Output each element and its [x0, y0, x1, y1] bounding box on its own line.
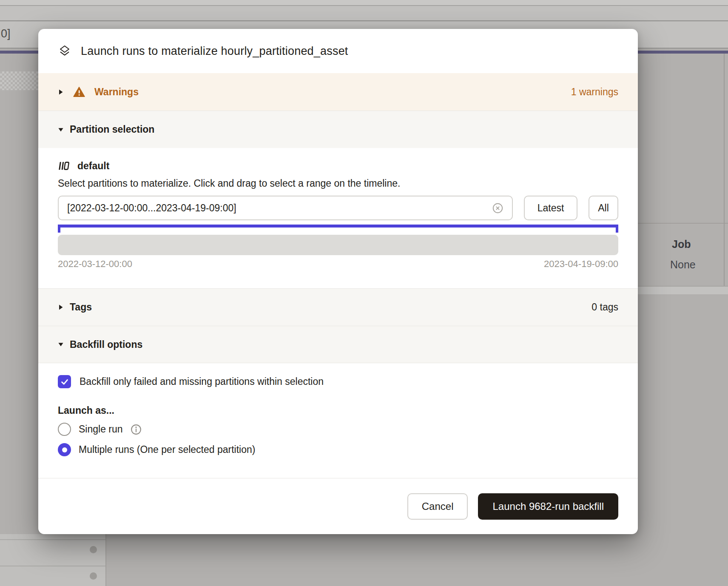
warnings-label: Warnings — [94, 86, 139, 98]
multiple-runs-radio-row[interactable]: Multiple runs (One per selected partitio… — [58, 443, 255, 456]
asset-layers-icon — [58, 44, 71, 58]
caret-down-icon — [58, 342, 64, 347]
dialog-footer: Cancel Launch 9682-run backfill — [38, 478, 638, 534]
partition-selection-toggle[interactable]: Partition selection — [38, 111, 638, 148]
background-column-divider — [105, 534, 106, 586]
background-status-dot — [90, 572, 97, 580]
timeline-date-labels: 2022-03-12-00:00 2023-04-19-09:00 — [58, 259, 618, 270]
tags-section-toggle[interactable]: Tags 0 tags — [38, 288, 638, 326]
latest-button[interactable]: Latest — [524, 196, 577, 220]
timeline-end-label: 2023-04-19-09:00 — [544, 259, 618, 270]
missing-partitions-checkbox-row[interactable]: Backfill only failed and missing partiti… — [58, 375, 324, 388]
background-column-divider — [724, 54, 725, 288]
checked-checkbox-icon[interactable] — [58, 375, 71, 388]
cancel-button[interactable]: Cancel — [407, 493, 468, 520]
background-partition-health-strip — [0, 71, 43, 90]
partition-set-icon — [58, 160, 70, 172]
background-job-column-header: Job — [672, 238, 691, 250]
info-icon[interactable] — [131, 424, 142, 435]
dimension-row: default — [58, 160, 109, 172]
caret-right-icon — [58, 89, 64, 95]
backfill-options-toggle[interactable]: Backfill options — [38, 326, 638, 363]
single-run-label: Single run — [79, 424, 123, 435]
background-partial-input-text: 0] — [1, 27, 11, 40]
launch-backfill-dialog: Launch runs to materialize hourly_partit… — [38, 29, 638, 534]
warnings-section-toggle[interactable]: Warnings 1 warnings — [38, 73, 638, 111]
tags-label: Tags — [70, 302, 92, 313]
background-band — [638, 287, 728, 294]
missing-partitions-checkbox-label: Backfill only failed and missing partiti… — [80, 376, 324, 387]
partition-range-input[interactable] — [67, 202, 492, 214]
launch-backfill-button[interactable]: Launch 9682-run backfill — [478, 493, 618, 520]
background-job-column-value: None — [670, 259, 696, 271]
background-status-dot — [90, 546, 97, 553]
radio-selected-icon[interactable] — [58, 443, 71, 456]
partition-selection-body: default Select partitions to materialize… — [38, 148, 638, 288]
warning-icon — [73, 86, 85, 97]
background-left-list-panel — [0, 534, 105, 586]
backfill-options-label: Backfill options — [70, 339, 142, 350]
multiple-runs-label: Multiple runs (One per selected partitio… — [79, 444, 255, 455]
partition-help-text: Select partitions to materialize. Click … — [58, 178, 400, 189]
partition-selection-label: Partition selection — [70, 124, 154, 135]
background-top-strip — [0, 0, 728, 5]
warnings-count: 1 warnings — [571, 86, 618, 98]
background-band — [0, 6, 728, 20]
caret-right-icon — [58, 304, 64, 310]
caret-down-icon — [58, 127, 64, 132]
timeline-start-label: 2022-03-12-00:00 — [58, 259, 132, 270]
dialog-title: Launch runs to materialize hourly_partit… — [81, 45, 348, 58]
tags-count: 0 tags — [592, 302, 618, 313]
background-row-divider — [0, 539, 105, 540]
radio-unselected-icon[interactable] — [58, 423, 71, 436]
partition-selection-range-indicator — [58, 225, 618, 228]
background-row-divider — [638, 223, 728, 224]
dialog-header: Launch runs to materialize hourly_partit… — [38, 29, 638, 73]
backfill-options-body: Backfill only failed and missing partiti… — [38, 363, 638, 477]
single-run-radio-row[interactable]: Single run — [58, 423, 142, 436]
clear-input-icon[interactable] — [492, 202, 503, 214]
partition-range-row: Latest All — [58, 196, 618, 220]
dimension-name: default — [77, 160, 109, 172]
page-root: 0] Job None Launch runs to materialize h… — [0, 0, 728, 586]
all-button[interactable]: All — [589, 196, 618, 220]
partition-timeline[interactable] — [58, 235, 618, 255]
partition-range-input-wrap — [58, 196, 513, 220]
background-row-divider — [0, 566, 105, 566]
launch-as-label: Launch as... — [58, 405, 114, 416]
